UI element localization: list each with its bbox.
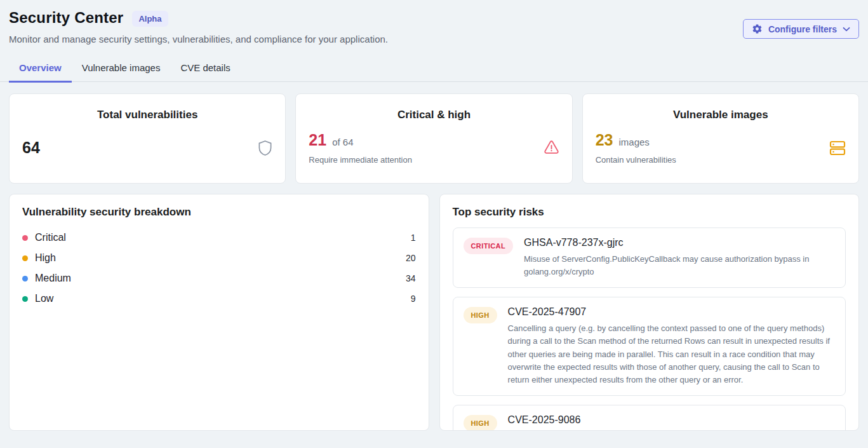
alpha-badge: Alpha: [132, 11, 168, 27]
risk-id: CVE-2025-47907: [508, 306, 835, 318]
security-center-page: Security Center Alpha Monitor and manage…: [0, 0, 868, 431]
breakdown-value: 1: [411, 233, 416, 243]
breakdown-label: Medium: [35, 273, 71, 284]
tab-vulnerable-images[interactable]: Vulnerable images: [72, 56, 171, 83]
risk-card[interactable]: CRITICAL GHSA-v778-237x-gjrc Misuse of S…: [453, 227, 846, 288]
vulnerable-images-subtitle: Contain vulnerabilities: [596, 155, 676, 165]
top-security-risks-panel: Top security risks CRITICAL GHSA-v778-23…: [439, 194, 860, 431]
stat-cards-row: Total vulnerabilities 64 Critical & high: [9, 93, 859, 184]
breakdown-row: Medium 34: [22, 268, 416, 288]
breakdown-label: Low: [35, 293, 53, 304]
page-subtitle: Monitor and manage security settings, vu…: [9, 34, 388, 44]
chevron-down-icon: [843, 27, 850, 32]
configure-filters-button[interactable]: Configure filters: [743, 19, 859, 39]
total-vulnerabilities-value: 64: [22, 139, 40, 157]
breakdown-row: Critical 1: [22, 227, 416, 248]
severity-dot: [22, 276, 28, 282]
risk-card[interactable]: HIGH CVE-2025-9086: [453, 405, 846, 431]
risk-id: GHSA-v778-237x-gjrc: [524, 237, 835, 248]
vulnerability-breakdown-panel: Vulnerability security breakdown Critica…: [9, 194, 429, 431]
stat-card-title: Critical & high: [309, 109, 559, 121]
shield-icon: [258, 140, 272, 156]
severity-badge: HIGH: [464, 415, 497, 431]
stat-card-title: Vulnerable images: [596, 109, 846, 121]
breakdown-row: High 20: [22, 248, 416, 268]
critical-high-subtitle: Require immediate attention: [309, 155, 412, 165]
page-title: Security Center: [9, 9, 123, 27]
severity-dot: [22, 255, 28, 261]
header: Security Center Alpha Monitor and manage…: [9, 0, 859, 44]
panels-row: Vulnerability security breakdown Critica…: [9, 194, 859, 431]
breakdown-rows: Critical 1 High 20 Medium 34 Low 9: [22, 227, 416, 309]
risk-description: Cancelling a query (e.g. by cancelling t…: [508, 322, 835, 386]
severity-badge: HIGH: [464, 307, 497, 323]
vulnerable-images-value: 23: [596, 131, 613, 149]
stat-card-title: Total vulnerabilities: [22, 109, 272, 121]
stat-card-total-vulnerabilities: Total vulnerabilities 64: [9, 93, 286, 184]
critical-high-suffix: of 64: [332, 137, 353, 147]
breakdown-label: Critical: [35, 232, 66, 243]
tab-overview[interactable]: Overview: [9, 56, 72, 83]
breakdown-row: Low 9: [22, 288, 416, 309]
breakdown-value: 9: [411, 294, 416, 304]
breakdown-label: High: [35, 252, 56, 264]
configure-filters-label: Configure filters: [768, 24, 837, 34]
image-stack-icon: [829, 140, 846, 156]
breakdown-value: 20: [406, 253, 416, 263]
breakdown-panel-title: Vulnerability security breakdown: [22, 206, 416, 219]
critical-high-value: 21: [309, 131, 326, 149]
risk-description: Misuse of ServerConfig.PublicKeyCallback…: [524, 253, 835, 278]
risk-id: CVE-2025-9086: [508, 414, 835, 426]
vulnerable-images-suffix: images: [618, 137, 649, 147]
severity-dot: [22, 235, 28, 241]
stat-card-critical-high: Critical & high 21 of 64 Require immedia…: [295, 93, 572, 184]
top-risks-panel-title: Top security risks: [453, 206, 846, 219]
tab-cve-details[interactable]: CVE details: [170, 56, 240, 83]
gear-icon: [752, 24, 763, 34]
risk-card[interactable]: HIGH CVE-2025-47907 Cancelling a query (…: [453, 297, 846, 396]
risk-list: CRITICAL GHSA-v778-237x-gjrc Misuse of S…: [453, 227, 846, 431]
stat-card-vulnerable-images: Vulnerable images 23 images Contain vuln…: [582, 93, 859, 184]
warning-triangle-icon: [544, 140, 559, 155]
breakdown-value: 34: [406, 273, 416, 283]
severity-dot: [22, 296, 28, 302]
tab-bar: OverviewVulnerable imagesCVE details: [0, 56, 868, 82]
severity-badge: CRITICAL: [464, 238, 514, 254]
